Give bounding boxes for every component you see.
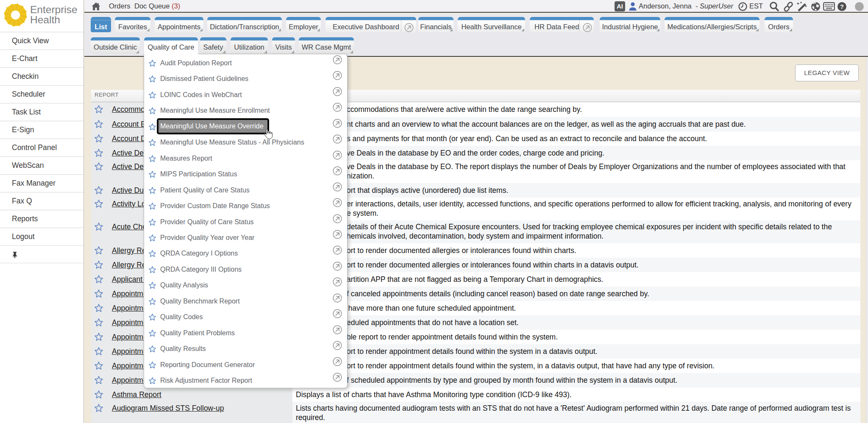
svg-text:?: ? — [840, 3, 844, 10]
